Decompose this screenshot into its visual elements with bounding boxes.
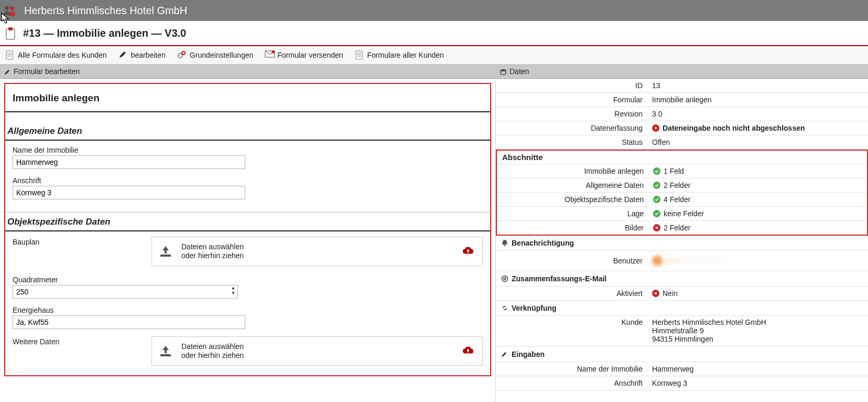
upload-icon [158, 245, 173, 258]
weitere-daten-dropzone[interactable]: Dateien auswählen oder hierhin ziehen [151, 336, 483, 366]
form-highlight-box: Immobilie anlegen Allgemeine Daten Name … [4, 83, 491, 376]
toolbar-all-customers-label: Formulare aller Kunden [367, 51, 444, 59]
toolbar-settings[interactable]: Grundeinstellungen [177, 50, 253, 60]
benachrichtigung-heading: Benachrichtigung [512, 239, 574, 247]
eingaben-anschrift-label: Anschrift [496, 379, 648, 387]
link-icon [501, 304, 508, 312]
check-ok-icon [653, 182, 660, 189]
svg-rect-12 [356, 51, 362, 59]
form-title: Immobilie anlegen [5, 84, 490, 112]
abschnitt-label: Lage [497, 209, 649, 218]
anschrift-label: Anschrift [13, 176, 483, 185]
verknuepfung-heading-row: Verknüpfung [496, 301, 868, 316]
cloud-upload-icon[interactable] [462, 247, 474, 257]
document-icon [5, 50, 15, 60]
eingaben-heading: Eingaben [512, 350, 545, 358]
kunde-addr1: Himmelstraße 9 [652, 326, 766, 335]
status-error-icon [652, 124, 659, 132]
check-ok-icon [653, 196, 660, 203]
name-immobilie-input[interactable] [13, 155, 245, 169]
x-circle-icon [652, 290, 659, 297]
kunde-addr2: 94315 Himmlingen [652, 335, 766, 343]
revision-label: Revision [496, 110, 648, 118]
page-title-row: #13 — Immobilie anlegen — V3.0 [0, 21, 868, 46]
number-spinner[interactable]: ▲▼ [230, 286, 237, 297]
benachrichtigung-heading-row: Benachrichtigung [496, 236, 868, 251]
bell-icon [501, 239, 508, 247]
status-label: Status [496, 138, 648, 146]
aktiviert-label: Aktiviert [496, 289, 648, 298]
check-fail-icon [653, 224, 660, 231]
status-value: Offen [648, 138, 868, 146]
eingaben-name-label: Name der Immobilie [496, 365, 648, 373]
eingaben-name-value: Hammerweg [648, 365, 868, 373]
dropzone-line1: Dateien auswählen [181, 342, 244, 351]
database-icon [500, 68, 506, 75]
datenerfassung-label: Datenerfassung [496, 124, 648, 132]
abschnitt-text: 4 Felder [664, 195, 690, 204]
abschnitt-text: keine Felder [664, 209, 704, 218]
document-icon [355, 50, 364, 60]
dropzone-line1: Dateien auswählen [181, 242, 244, 251]
svg-point-0 [5, 6, 9, 10]
check-ok-icon [653, 210, 660, 217]
eingaben-anschrift-value: Kornweg 3 [648, 379, 868, 387]
check-ok-icon [653, 167, 660, 175]
abschnitt-text: 2 Felder [664, 181, 690, 189]
abschnitt-label: Allgemeine Daten [497, 181, 649, 189]
aktiviert-value: Nein [663, 289, 678, 298]
anschrift-input[interactable] [13, 186, 245, 199]
revision-value: 3.0 [648, 110, 868, 118]
cloud-upload-icon[interactable] [462, 346, 474, 356]
toolbar: Alle Formulare des Kunden bearbeiten Gru… [0, 46, 868, 65]
weitere-daten-label: Weitere Daten [13, 336, 151, 346]
abschnitt-label: Bilder [497, 224, 649, 232]
toolbar-send-label: Formular versenden [277, 51, 343, 59]
gears-icon [177, 50, 187, 60]
svg-point-1 [10, 6, 14, 10]
abschnitt-label: Objektspezifische Daten [497, 195, 649, 204]
svg-point-16 [501, 69, 506, 71]
toolbar-send[interactable]: Formular versenden [265, 50, 343, 60]
left-panel-title: Formular bearbeiten [14, 67, 80, 76]
name-immobilie-label: Name der Immobilie [13, 146, 483, 154]
at-icon [501, 275, 508, 282]
pencil-small-icon [4, 68, 10, 75]
pencil-icon [118, 50, 128, 60]
quadratmeter-input[interactable] [13, 285, 238, 299]
abschnitte-heading: Abschnitte [497, 151, 867, 164]
abschnitte-box: Abschnitte Immobilie anlegen1 Feld Allge… [496, 150, 868, 236]
upload-icon [158, 345, 173, 357]
benutzer-value-redacted [666, 260, 729, 262]
page-title: #13 — Immobilie anlegen — V3.0 [23, 27, 186, 39]
toolbar-settings-label: Grundeinstellungen [190, 51, 253, 59]
svg-point-21 [504, 278, 506, 280]
avatar [652, 256, 663, 266]
energiehaus-input[interactable] [13, 315, 245, 329]
id-label: ID [496, 81, 648, 90]
kunde-name: Herberts Himmlisches Hotel GmbH [652, 318, 766, 326]
toolbar-all-forms[interactable]: Alle Formulare des Kunden [5, 50, 107, 60]
toolbar-all-customers[interactable]: Formulare aller Kunden [355, 50, 444, 60]
email-heading: Zusammenfassungs-E-Mail [512, 274, 606, 283]
svg-point-11 [272, 50, 275, 54]
toolbar-all-forms-label: Alle Formulare des Kunden [18, 51, 107, 59]
verknuepfung-heading: Verknüpfung [512, 304, 557, 312]
abschnitt-label: Immobilie anlegen [497, 167, 649, 175]
kunde-label: Kunde [496, 318, 648, 326]
dropzone-line2: oder hierhin ziehen [181, 251, 244, 260]
formular-value: Immobilie anlegen [648, 96, 868, 104]
svg-rect-4 [6, 51, 13, 59]
right-panel-title: Daten [509, 67, 529, 76]
pencil-icon [501, 351, 508, 358]
formular-label: Formular [496, 96, 648, 104]
spinner-down-icon[interactable]: ▼ [230, 291, 237, 297]
mail-icon [265, 50, 274, 60]
toolbar-edit[interactable]: bearbeiten [118, 50, 166, 60]
clipboard-icon [4, 27, 17, 39]
id-value: 13 [648, 81, 868, 90]
mouse-cursor-icon [1, 13, 10, 24]
right-panel-header: Daten [496, 65, 868, 79]
section-allgemein-heading: Allgemeine Daten [5, 122, 490, 141]
bauplan-dropzone[interactable]: Dateien auswählen oder hierhin ziehen [151, 237, 483, 266]
